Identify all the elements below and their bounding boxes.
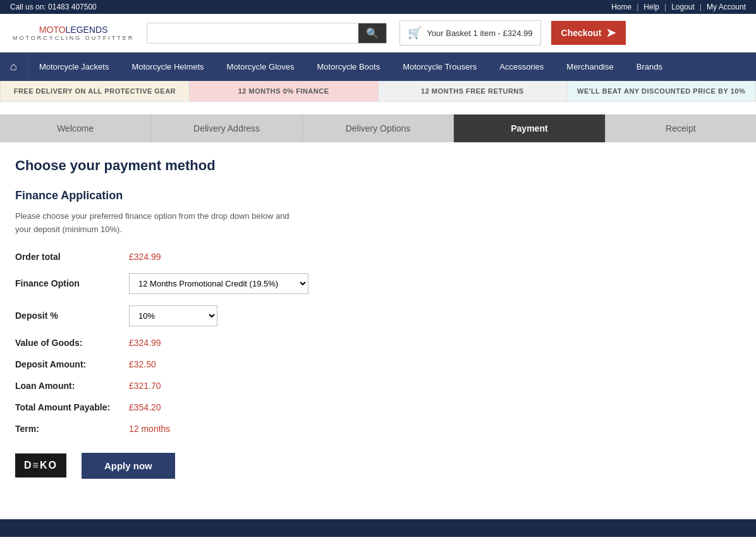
order-total-label: Order total — [15, 252, 129, 262]
nav-item-helmets[interactable]: Motorcycle Helmets — [120, 53, 215, 80]
header: MOTOLEGENDS Motorcycling Outfitter 🔍 🛒 Y… — [0, 14, 756, 52]
home-link[interactable]: Home — [611, 3, 631, 11]
main-nav: ⌂ Motorcycle Jackets Motorcycle Helmets … — [0, 52, 756, 81]
deposit-row: Deposit % 10% 20% 30% 40% 50% — [15, 305, 369, 326]
value-of-goods-label: Value of Goods: — [15, 338, 129, 348]
promo-finance: 12 MONTHS 0% FINANCE — [190, 81, 379, 101]
finance-description: Please choose your preferred finance opt… — [15, 210, 741, 237]
promo-free-delivery: FREE DELIVERY ON ALL PROTECTIVE GEAR — [1, 81, 190, 101]
apply-now-button[interactable]: Apply now — [82, 453, 175, 479]
step-delivery-address[interactable]: Delivery Address — [151, 114, 302, 142]
logout-link[interactable]: Logout — [671, 3, 695, 11]
step-payment[interactable]: Payment — [454, 114, 605, 142]
basket-area: 🛒 Your Basket 1 item - £324.99 Checkout … — [399, 20, 626, 46]
search-input[interactable] — [147, 23, 358, 43]
total-payable-value: £354.20 — [129, 402, 161, 412]
checkout-label: Checkout — [561, 28, 602, 38]
nav-item-accessories[interactable]: Accessories — [488, 53, 555, 80]
logo[interactable]: MOTOLEGENDS Motorcycling Outfitter — [13, 25, 134, 41]
step-receipt[interactable]: Receipt — [606, 114, 756, 142]
logo-legends: LEGENDS — [66, 25, 108, 35]
my-account-link[interactable]: My Account — [707, 3, 746, 11]
help-link[interactable]: Help — [643, 3, 659, 11]
checkout-arrow-icon: ➤ — [606, 26, 616, 40]
order-total-value: £324.99 — [129, 252, 161, 262]
value-of-goods-value: £324.99 — [129, 338, 161, 348]
phone-label: Call us on: 01483 407500 — [10, 3, 97, 11]
search-bar: 🔍 — [147, 23, 387, 44]
nav-item-boots[interactable]: Motorcycle Boots — [305, 53, 391, 80]
nav-item-merchandise[interactable]: Merchandise — [555, 53, 625, 80]
finance-option-label: Finance Option — [15, 278, 129, 288]
deposit-amount-label: Deposit Amount: — [15, 359, 129, 369]
term-value: 12 months — [129, 424, 170, 434]
deposit-label: Deposit % — [15, 311, 129, 321]
basket-label: Your Basket 1 item - £324.99 — [427, 28, 532, 38]
nav-item-jackets[interactable]: Motorcycle Jackets — [28, 53, 121, 80]
term-label: Term: — [15, 424, 129, 434]
nav-item-trousers[interactable]: Motorcycle Trousers — [391, 53, 488, 80]
promo-bar: FREE DELIVERY ON ALL PROTECTIVE GEAR 12 … — [0, 81, 756, 102]
section-title: Finance Application — [15, 189, 741, 202]
term-row: Term: 12 months — [15, 424, 369, 434]
total-payable-row: Total Amount Payable: £354.20 — [15, 402, 369, 412]
deposit-amount-row: Deposit Amount: £32.50 — [15, 359, 369, 369]
top-bar: Call us on: 01483 407500 Home | Help | L… — [0, 0, 756, 14]
value-of-goods-row: Value of Goods: £324.99 — [15, 338, 369, 348]
deposit-select[interactable]: 10% 20% 30% 40% 50% — [129, 305, 217, 326]
nav-item-brands[interactable]: Brands — [625, 53, 674, 80]
checkout-button[interactable]: Checkout ➤ — [551, 21, 626, 45]
total-payable-label: Total Amount Payable: — [15, 402, 129, 412]
footer — [0, 519, 756, 537]
basket-button[interactable]: 🛒 Your Basket 1 item - £324.99 — [399, 20, 540, 46]
top-bar-links: Home | Help | Logout | My Account — [611, 3, 746, 11]
action-bar: D≡KO Apply now — [15, 453, 741, 479]
loan-amount-label: Loan Amount: — [15, 381, 129, 391]
loan-amount-value: £321.70 — [129, 381, 161, 391]
loan-amount-row: Loan Amount: £321.70 — [15, 381, 369, 391]
checkout-steps: Welcome Delivery Address Delivery Option… — [0, 114, 756, 142]
nav-item-gloves[interactable]: Motorcycle Gloves — [216, 53, 306, 80]
deko-logo: D≡KO — [15, 453, 66, 477]
promo-returns: 12 MONTHS FREE RETURNS — [379, 81, 568, 101]
promo-beat-price: WE'LL BEAT ANY DISCOUNTED PRICE BY 10% — [567, 81, 755, 101]
logo-sub: Motorcycling Outfitter — [13, 35, 134, 41]
logo-moto: MOTO — [39, 25, 66, 35]
finance-option-select[interactable]: 12 Months Promotional Credit (19.5%) 6 M… — [129, 273, 308, 294]
search-button[interactable]: 🔍 — [358, 23, 386, 43]
basket-icon: 🛒 — [408, 26, 422, 40]
home-nav-button[interactable]: ⌂ — [0, 52, 28, 81]
deko-text: D≡KO — [24, 460, 58, 471]
order-total-row: Order total £324.99 — [15, 252, 369, 262]
main-content: Choose your payment method Finance Appli… — [0, 142, 756, 494]
step-delivery-options[interactable]: Delivery Options — [303, 114, 454, 142]
finance-form: Order total £324.99 Finance Option 12 Mo… — [15, 252, 369, 434]
deposit-amount-value: £32.50 — [129, 359, 156, 369]
page-title: Choose your payment method — [15, 157, 741, 174]
finance-option-row: Finance Option 12 Months Promotional Cre… — [15, 273, 369, 294]
step-welcome[interactable]: Welcome — [0, 114, 151, 142]
